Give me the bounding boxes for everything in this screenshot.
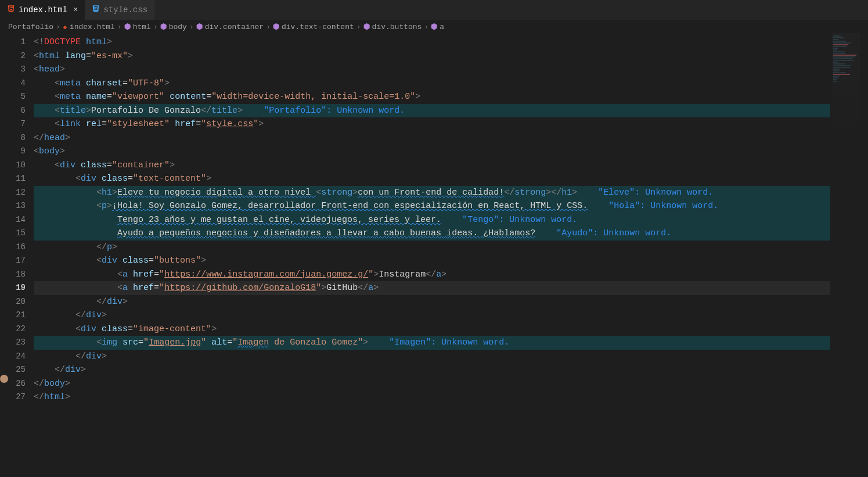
cube-icon: ⬢ [273,22,279,31]
tab-bar: index.html × style.css [0,0,868,20]
crumb[interactable]: ⬢html [124,22,151,31]
crumb[interactable]: ⬢div.buttons [363,22,422,31]
tab-label: style.css [103,5,147,15]
tab-style-css[interactable]: style.css [85,0,154,20]
cube-icon: ⬢ [124,22,131,31]
breadcrumb[interactable]: Portafolio › ⬥index.html › ⬢html › ⬢body… [0,20,868,33]
cube-icon: ⬢ [160,22,167,31]
minimap[interactable] [832,33,860,149]
cube-icon: ⬢ [363,22,370,31]
chevron-right-icon: › [56,23,60,31]
line-number-gutter: 1234567891011121314151617181920212223242… [8,33,34,477]
html5-icon: ⬥ [63,23,67,31]
gutter-margin [0,33,8,477]
chevron-right-icon: › [356,23,361,31]
crumb[interactable]: Portafolio [8,23,53,31]
html5-icon [7,5,15,15]
chevron-right-icon: › [189,23,194,31]
cube-icon: ⬢ [196,22,203,31]
chevron-right-icon: › [117,23,122,31]
tab-index-html[interactable]: index.html × [0,0,85,20]
editor-app: index.html × style.css Portafolio › ⬥ind… [0,0,868,477]
close-icon[interactable]: × [73,5,78,15]
crumb[interactable]: ⬢body [160,22,187,31]
css3-icon [92,5,100,15]
avatar[interactable] [0,375,8,383]
chevron-right-icon: › [153,23,158,31]
crumb[interactable]: ⬥index.html [63,23,115,31]
cube-icon: ⬢ [431,22,437,31]
crumb[interactable]: ⬢div.text-content [273,22,354,31]
editor-area[interactable]: 1234567891011121314151617181920212223242… [0,33,868,477]
tab-label: index.html [19,5,67,15]
chevron-right-icon: › [424,23,428,31]
crumb[interactable]: ⬢a [431,22,444,31]
code-content[interactable]: <!DOCTYPE html><html lang="es-mx"><head>… [34,33,868,477]
chevron-right-icon: › [266,23,271,31]
crumb[interactable]: ⬢div.container [196,22,264,31]
